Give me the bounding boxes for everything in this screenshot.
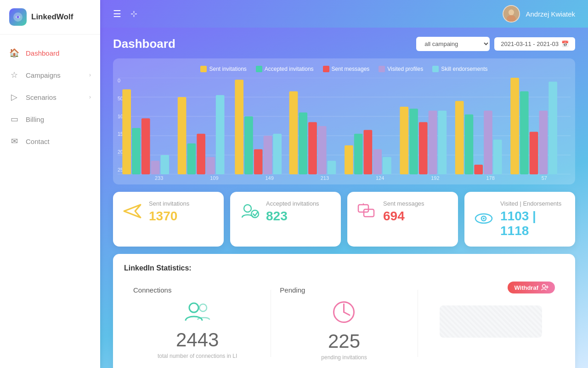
svg-point-53	[244, 205, 251, 212]
date-range-filter: 2021-03-11 - 2021-03 📅	[494, 37, 575, 51]
eye-icon-wrap	[474, 208, 494, 230]
svg-rect-12	[132, 128, 141, 174]
main-content: ☰ ⊹ Andrzej Kwiatek Dashboard all campai…	[100, 0, 588, 368]
svg-rect-29	[318, 126, 327, 174]
svg-rect-26	[289, 91, 298, 174]
linkedin-pending-cell: Pending 225 pending invitations	[271, 282, 417, 365]
linkedin-stats-title: LinkedIn Statistics:	[124, 264, 564, 272]
legend-visited: Visited profiles	[379, 66, 423, 72]
menu-icon[interactable]: ☰	[113, 8, 121, 19]
withdraw-icon	[541, 284, 548, 291]
svg-rect-49	[539, 110, 548, 174]
svg-rect-40	[438, 110, 447, 174]
connections-icon-wrap	[184, 299, 211, 325]
sidebar-item-label: Scenarios	[26, 93, 57, 101]
filters: all campaing 2021-03-11 - 2021-03 📅	[416, 37, 575, 51]
svg-rect-42	[465, 115, 474, 174]
grid-icon[interactable]: ⊹	[130, 9, 137, 19]
svg-rect-28	[308, 122, 317, 174]
home-icon: 🏠	[9, 48, 19, 58]
stat-label-sent: Sent invitations	[149, 200, 215, 207]
sidebar: LinkedWolf 🏠 Dashboard ☆ Campaigns › ▷ S…	[0, 0, 100, 368]
connections-label: Connections	[133, 286, 171, 294]
legend-skill-label: Skill endorsements	[441, 66, 487, 72]
logo-icon	[9, 8, 27, 26]
chart-x-axis: 233 109 149 213 124 192 178 57	[118, 175, 571, 181]
date-range-text: 2021-03-11 - 2021-03	[501, 40, 559, 47]
svg-point-62	[189, 303, 198, 312]
svg-rect-38	[419, 122, 428, 174]
svg-rect-27	[299, 113, 307, 174]
avatar	[503, 5, 520, 23]
billing-icon: ▭	[9, 114, 19, 124]
svg-point-61	[483, 218, 485, 219]
svg-rect-33	[364, 130, 373, 174]
page-title: Dashboard	[113, 37, 175, 51]
header: ☰ ⊹ Andrzej Kwiatek	[100, 0, 588, 28]
svg-rect-14	[151, 161, 160, 174]
connections-value: 2443	[176, 329, 219, 351]
linkedin-withdraw-cell: Withdraf	[418, 282, 564, 365]
sidebar-item-campaigns[interactable]: ☆ Campaigns ›	[0, 64, 100, 86]
withdraw-button[interactable]: Withdraf	[508, 282, 555, 293]
svg-rect-47	[520, 91, 529, 174]
svg-rect-20	[216, 95, 225, 174]
sidebar-item-scenarios[interactable]: ▷ Scenarios ›	[0, 86, 100, 108]
svg-rect-19	[206, 157, 215, 174]
svg-rect-16	[178, 97, 187, 174]
sidebar-item-contact[interactable]: ✉ Contact	[0, 130, 100, 152]
svg-rect-23	[254, 149, 263, 174]
svg-rect-37	[409, 109, 418, 174]
svg-point-67	[543, 285, 546, 288]
svg-rect-22	[244, 116, 253, 174]
sidebar-item-billing[interactable]: ▭ Billing	[0, 108, 100, 130]
stat-value-accepted: 823	[266, 209, 332, 224]
legend-skill: Skill endorsements	[432, 66, 487, 72]
withdraw-label: Withdraf	[514, 284, 538, 291]
legend-accepted-label: Accepted invitations	[265, 66, 314, 72]
linkedin-connections-cell: Connections 2443 total number of connect…	[124, 282, 271, 365]
header-left: ☰ ⊹	[113, 8, 137, 19]
sidebar-logo: LinkedWolf	[0, 0, 100, 34]
sidebar-item-label: Billing	[26, 115, 44, 123]
eye-icon	[474, 208, 494, 229]
legend-sent: Sent invitations	[200, 66, 246, 72]
legend-messages-label: Sent messages	[332, 66, 370, 72]
svg-rect-39	[429, 110, 437, 174]
star-icon: ☆	[9, 70, 19, 80]
svg-point-1	[17, 16, 19, 18]
stat-label-visited: Visited | Endorsements	[500, 200, 566, 207]
stat-value-sent: 1370	[149, 209, 215, 224]
sidebar-item-label: Campaigns	[26, 71, 61, 79]
message-icon	[356, 201, 377, 221]
svg-point-54	[251, 210, 259, 218]
svg-rect-45	[493, 139, 502, 174]
svg-rect-15	[160, 155, 169, 174]
stat-value-messages: 694	[383, 209, 449, 224]
sidebar-item-dashboard[interactable]: 🏠 Dashboard	[0, 42, 100, 64]
send-icon-wrap	[122, 201, 142, 223]
svg-rect-48	[530, 132, 538, 174]
stats-cards: Sent invitations 1370	[113, 192, 575, 247]
bar-chart	[118, 78, 571, 174]
campaign-filter[interactable]: all campaing	[416, 37, 490, 51]
stat-card-accepted: Accepted invitations 823	[230, 192, 341, 247]
svg-rect-50	[548, 81, 557, 174]
calendar-icon[interactable]: 📅	[561, 40, 569, 47]
stat-card-messages: Sent messages 694	[347, 192, 458, 247]
svg-rect-43	[474, 165, 483, 174]
page-title-bar: Dashboard all campaing 2021-03-11 - 2021…	[113, 37, 575, 51]
svg-rect-32	[354, 134, 363, 174]
svg-rect-13	[141, 118, 150, 174]
pending-value: 225	[328, 330, 360, 352]
connections-icon	[184, 299, 211, 323]
svg-rect-24	[264, 136, 272, 174]
svg-rect-36	[400, 107, 408, 174]
svg-line-66	[344, 312, 350, 316]
legend-accepted: Accepted invitations	[256, 66, 314, 72]
app-name: LinkedWolf	[31, 12, 73, 22]
svg-rect-31	[345, 145, 353, 174]
linkedin-grid: Connections 2443 total number of connect…	[124, 282, 564, 365]
pending-icon-wrap	[331, 299, 356, 327]
connections-sub: total number of connections in LI	[158, 353, 237, 359]
